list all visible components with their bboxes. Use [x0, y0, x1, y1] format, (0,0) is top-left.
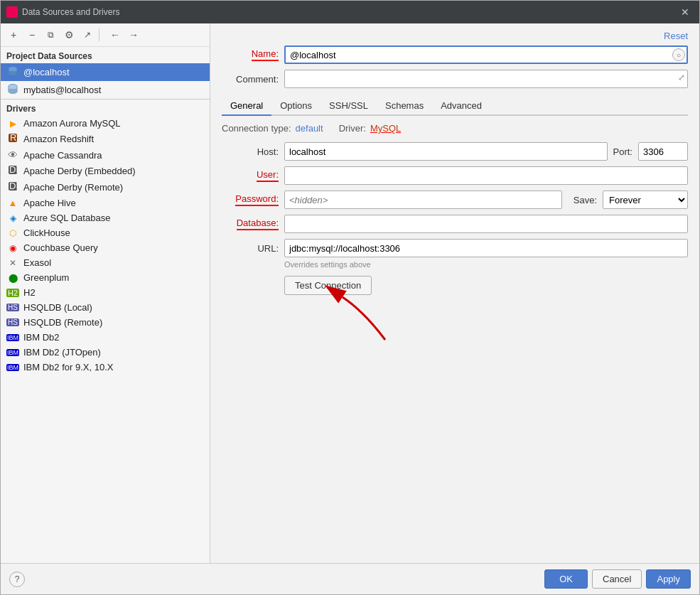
copy-button[interactable]: ⧉: [42, 26, 59, 43]
comment-row: Comment: ⤢: [222, 70, 688, 88]
driver-apache-derby-remote[interactable]: DB Apache Derby (Remote): [1, 179, 210, 195]
user-row: User:: [222, 166, 688, 185]
driver-name: Exasol: [23, 257, 51, 268]
source-item-localhost[interactable]: @localhost: [1, 63, 210, 81]
close-button[interactable]: ✕: [677, 5, 694, 19]
connection-type-row: Connection type: default Driver: MySQL: [222, 123, 688, 134]
tab-options[interactable]: Options: [271, 97, 321, 116]
port-input[interactable]: [638, 142, 688, 161]
driver-name: H2: [23, 287, 36, 298]
project-sources-header: Project Data Sources: [1, 47, 210, 63]
clickhouse-icon: ⬡: [6, 228, 19, 238]
driver-ibm-db2-jtopen[interactable]: IBM IBM Db2 (JTOpen): [1, 345, 210, 360]
driver-name: Couchbase Query: [23, 242, 98, 253]
remove-button[interactable]: −: [23, 26, 41, 43]
password-row: Password: Save: Forever Until restart Ne…: [222, 191, 688, 209]
app-icon: [6, 6, 18, 18]
cassandra-icon: 👁: [6, 149, 19, 161]
url-label: URL:: [222, 243, 279, 254]
driver-name: IBM Db2 (JTOpen): [23, 347, 101, 358]
driver-name: Apache Derby (Remote): [23, 182, 123, 193]
driver-hsqldb-local[interactable]: HS HSQLDB (Local): [1, 300, 210, 315]
driver-ibm-db2[interactable]: IBM IBM Db2: [1, 330, 210, 345]
url-row: URL:: [222, 239, 688, 257]
driver-h2[interactable]: H2 H2: [1, 285, 210, 300]
db-icon: [6, 65, 19, 79]
driver-couchbase[interactable]: ◉ Couchbase Query: [1, 240, 210, 255]
h2-icon: H2: [6, 289, 19, 297]
connection-type-label: Connection type:: [222, 123, 291, 134]
name-label: Name:: [222, 48, 279, 61]
driver-name: Greenplum: [23, 272, 69, 283]
driver-apache-hive[interactable]: ▲ Apache Hive: [1, 195, 210, 210]
database-label: Database:: [222, 218, 279, 230]
tabs-container: General Options SSH/SSL Schemas Advanced: [222, 97, 688, 116]
ok-button[interactable]: OK: [544, 569, 588, 589]
name-input[interactable]: [284, 45, 688, 64]
exasol-icon: ✕: [6, 258, 19, 268]
hive-icon: ▲: [6, 198, 19, 208]
export-button[interactable]: ↗: [79, 26, 96, 43]
greenplum-icon: ⬤: [6, 273, 19, 283]
driver-value[interactable]: MySQL: [370, 123, 401, 134]
connection-type-value[interactable]: default: [296, 123, 323, 134]
url-input[interactable]: [284, 239, 688, 257]
driver-apache-cassandra[interactable]: 👁 Apache Cassandra: [1, 147, 210, 163]
forward-button[interactable]: →: [125, 26, 142, 43]
apply-button[interactable]: Apply: [646, 569, 691, 589]
help-button[interactable]: ?: [9, 572, 25, 587]
drivers-section: Drivers ▶ Amazon Aurora MySQL RS Amazon …: [1, 99, 210, 375]
add-button[interactable]: +: [5, 26, 22, 43]
derby-remote-icon: DB: [6, 181, 19, 193]
ibm-icon: IBM: [6, 334, 19, 341]
host-port-row: Host: Port:: [222, 142, 688, 161]
driver-name: Amazon Aurora MySQL: [23, 118, 121, 129]
driver-hsqldb-remote[interactable]: HS HSQLDB (Remote): [1, 315, 210, 330]
name-clear-button[interactable]: ○: [672, 48, 685, 61]
driver-clickhouse[interactable]: ⬡ ClickHouse: [1, 225, 210, 240]
cancel-button[interactable]: Cancel: [592, 569, 642, 589]
url-hint: Overrides settings above: [284, 260, 688, 269]
database-input[interactable]: [284, 215, 688, 233]
back-button[interactable]: ←: [107, 26, 124, 43]
driver-name: Amazon Redshift: [23, 134, 94, 144]
hsqldb-icon: HS: [6, 304, 19, 311]
dialog: Data Sources and Drivers ✕ + − ⧉ ⚙ ↗ ← →…: [0, 0, 700, 595]
source-name-mybatis: mybatis@localhost: [23, 85, 101, 95]
title-bar: Data Sources and Drivers ✕: [1, 1, 699, 23]
driver-amazon-aurora[interactable]: ▶ Amazon Aurora MySQL: [1, 116, 210, 131]
test-connection-button[interactable]: Test Connection: [284, 276, 372, 295]
comment-input[interactable]: [284, 70, 688, 88]
driver-exasol[interactable]: ✕ Exasol: [1, 255, 210, 270]
driver-name: HSQLDB (Remote): [23, 317, 102, 328]
driver-apache-derby-embedded[interactable]: DB Apache Derby (Embedded): [1, 163, 210, 179]
tab-general[interactable]: General: [222, 97, 271, 116]
driver-name: Apache Cassandra: [23, 150, 102, 161]
save-select[interactable]: Forever Until restart Never: [603, 191, 688, 209]
aws-icon: ▶: [6, 119, 19, 129]
bottom-bar: ? OK Cancel Apply: [1, 563, 699, 594]
source-item-mybatis[interactable]: mybatis@localhost: [1, 81, 210, 99]
driver-azure-sql[interactable]: ◈ Azure SQL Database: [1, 210, 210, 225]
reset-button[interactable]: Reset: [664, 31, 688, 41]
user-input[interactable]: [284, 166, 688, 185]
driver-name: Azure SQL Database: [23, 213, 110, 223]
bottom-actions: OK Cancel Apply: [544, 569, 691, 589]
tab-advanced[interactable]: Advanced: [432, 97, 490, 116]
host-label: Host:: [222, 146, 279, 157]
test-connection-section: Test Connection: [222, 276, 688, 295]
driver-greenplum[interactable]: ⬤ Greenplum: [1, 270, 210, 285]
tab-sshssl[interactable]: SSH/SSL: [321, 97, 377, 116]
settings-button[interactable]: ⚙: [60, 26, 77, 43]
password-input[interactable]: [284, 191, 562, 209]
driver-name: HSQLDB (Local): [23, 302, 92, 313]
driver-amazon-redshift[interactable]: RS Amazon Redshift: [1, 131, 210, 147]
host-input[interactable]: [284, 142, 608, 161]
driver-name: Apache Derby (Embedded): [23, 166, 136, 176]
comment-expand-icon[interactable]: ⤢: [678, 73, 685, 82]
tree-section: Project Data Sources @localhost mybatis@…: [1, 47, 210, 563]
driver-ibm-db2-9x[interactable]: IBM IBM Db2 for 9.X, 10.X: [1, 360, 210, 375]
hsqldb-remote-icon: HS: [6, 318, 19, 326]
tab-schemas[interactable]: Schemas: [377, 97, 432, 116]
driver-name: ClickHouse: [23, 227, 70, 238]
